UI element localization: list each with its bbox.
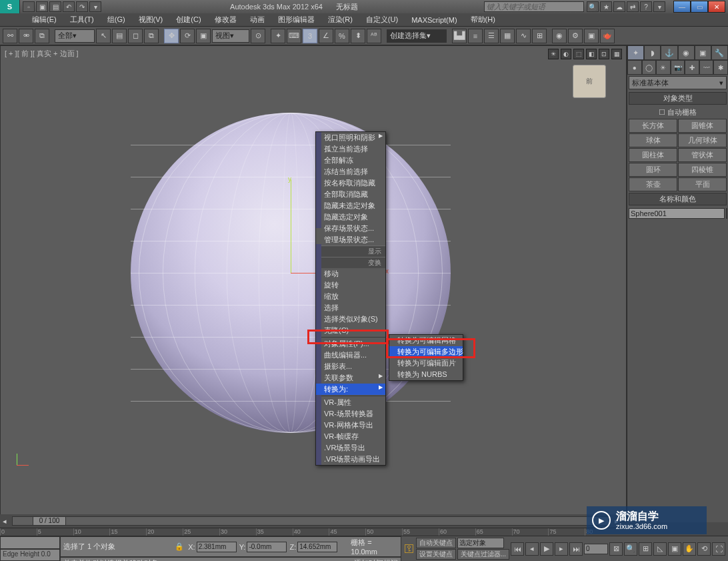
menu-help[interactable]: 帮助(H) bbox=[465, 13, 501, 26]
menu-create[interactable]: 创建(C) bbox=[171, 13, 206, 26]
named-selection-dropdown[interactable]: 创建选择集 ▾ bbox=[387, 29, 447, 43]
rollout-object-type[interactable]: 对象类型 bbox=[629, 92, 727, 105]
link-icon[interactable]: ⚯ bbox=[3, 29, 17, 43]
sub-helpers-icon[interactable]: ✚ bbox=[685, 60, 699, 75]
menu-render[interactable]: 渲染(R) bbox=[323, 13, 358, 26]
tab-display-icon[interactable]: ▣ bbox=[695, 45, 711, 60]
ctx-select-similar[interactable]: 选择类似对象(S) bbox=[316, 314, 385, 325]
qat-new-icon[interactable]: ▫ bbox=[23, 1, 35, 12]
viewport-label[interactable]: [ + ][ 前 ][ 真实 + 边面 ] bbox=[5, 49, 79, 59]
vp-s2-icon[interactable]: ⬚ bbox=[573, 49, 584, 59]
color-swatch[interactable] bbox=[726, 208, 727, 219]
tab-hierarchy-icon[interactable]: ⚓ bbox=[661, 45, 677, 60]
play-icon[interactable]: ▶ bbox=[540, 542, 553, 556]
vp-s1-icon[interactable]: ◐ bbox=[561, 49, 571, 59]
tab-utility-icon[interactable]: 🔧 bbox=[711, 45, 728, 60]
cloud-icon[interactable]: ☁ bbox=[613, 1, 625, 12]
render-setup-icon[interactable]: ⚙ bbox=[568, 29, 583, 43]
prim-plane[interactable]: 平面 bbox=[678, 177, 727, 191]
snap-toggle-icon[interactable]: 3 bbox=[303, 29, 317, 43]
nav-orbit-icon[interactable]: ⟲ bbox=[697, 542, 711, 556]
render-icon[interactable]: 🫖 bbox=[600, 29, 615, 43]
rollout-name-color[interactable]: 名称和颜色 bbox=[629, 193, 727, 205]
help-drop-icon[interactable]: ▾ bbox=[653, 1, 665, 12]
current-frame-input[interactable] bbox=[584, 544, 608, 554]
unlink-icon[interactable]: ⚮ bbox=[19, 29, 33, 43]
maxscript-listener[interactable]: Edge Height 0.0 bbox=[0, 549, 60, 562]
lock-icon[interactable]: 🔒 bbox=[175, 542, 184, 551]
ribbon-icon[interactable]: ▦ bbox=[500, 29, 515, 43]
ctx-obj-props[interactable]: 对象属性(P)... bbox=[316, 338, 385, 350]
ctx-viewport-lighting[interactable]: 视口照明和阴影 bbox=[316, 132, 385, 143]
ctx-vray-mesh-export[interactable]: VR-网格体导出 bbox=[316, 420, 385, 431]
sphere-object[interactable]: y x bbox=[131, 113, 451, 433]
bind-icon[interactable]: ⧉ bbox=[35, 29, 49, 43]
menu-custom[interactable]: 自定义(U) bbox=[361, 13, 403, 26]
prim-geosphere[interactable]: 几何球体 bbox=[678, 133, 727, 147]
qat-open-icon[interactable]: ▣ bbox=[36, 1, 48, 12]
ctx-move[interactable]: 移动 bbox=[316, 268, 385, 279]
ctx-wire-params[interactable]: 关联参数 bbox=[316, 372, 385, 384]
vp-light-icon[interactable]: ☀ bbox=[548, 49, 559, 59]
sub-shapes-icon[interactable]: ◯ bbox=[642, 60, 657, 75]
nav-zoomall-icon[interactable]: ⊞ bbox=[639, 542, 652, 556]
material-icon[interactable]: ◉ bbox=[552, 29, 567, 43]
move-icon[interactable]: ✥ bbox=[164, 29, 179, 43]
nav-fov-icon[interactable]: ◺ bbox=[653, 542, 667, 556]
ctx-vr-scene-export[interactable]: .VR场景导出 bbox=[316, 442, 385, 454]
next-frame-icon[interactable]: ▸ bbox=[555, 542, 568, 556]
prim-cone[interactable]: 圆锥体 bbox=[678, 119, 727, 133]
menu-maxscript[interactable]: MAXScript(M) bbox=[406, 15, 462, 25]
scale-icon[interactable]: ▣ bbox=[196, 29, 211, 43]
minimize-button[interactable]: — bbox=[673, 1, 691, 13]
ctx-to-editable-patch[interactable]: 转换为可编辑面片 bbox=[389, 358, 463, 369]
ctx-rotate[interactable]: 旋转 bbox=[316, 279, 385, 291]
prim-tube[interactable]: 管状体 bbox=[678, 148, 727, 162]
menu-graph[interactable]: 图形编辑器 bbox=[273, 13, 320, 26]
rotate-icon[interactable]: ⟳ bbox=[180, 29, 195, 43]
window-crossing-icon[interactable]: ⧉ bbox=[144, 29, 159, 43]
pivot-icon[interactable]: ⊙ bbox=[251, 29, 265, 43]
time-slider[interactable]: ◂ 0 / 100 ▸ bbox=[0, 514, 621, 528]
prim-pyramid[interactable]: 四棱锥 bbox=[678, 163, 727, 177]
track-bar[interactable]: 05 1015 2025 3035 4045 5055 6065 7075 80 bbox=[0, 528, 621, 536]
prim-sphere[interactable]: 球体 bbox=[629, 133, 677, 147]
curve-editor-icon[interactable]: ∿ bbox=[516, 29, 531, 43]
ctx-to-editable-mesh[interactable]: 转换为可编辑网格 bbox=[389, 335, 463, 346]
tab-create-icon[interactable]: ✦ bbox=[627, 45, 644, 60]
autokey-button[interactable]: 自动关键点 bbox=[416, 538, 456, 548]
prim-box[interactable]: 长方体 bbox=[629, 119, 677, 133]
select-rect-icon[interactable]: ◻ bbox=[128, 29, 143, 43]
qat-redo-icon[interactable]: ↷ bbox=[76, 1, 88, 12]
ctx-unhide-name[interactable]: 按名称取消隐藏 bbox=[316, 177, 385, 189]
angle-snap-icon[interactable]: ∠ bbox=[319, 29, 333, 43]
menu-tools[interactable]: 工具(T) bbox=[65, 13, 99, 26]
keymode-dropdown[interactable]: 选定对象 bbox=[457, 538, 504, 548]
layer-icon[interactable]: ☰ bbox=[484, 29, 499, 43]
ctx-curve-editor[interactable]: 曲线编辑器... bbox=[316, 350, 385, 361]
menu-anim[interactable]: 动画 bbox=[245, 13, 270, 26]
mirror-icon[interactable]: ▙▟ bbox=[452, 29, 467, 43]
prim-torus[interactable]: 圆环 bbox=[629, 163, 677, 177]
nav-pan-icon[interactable]: ✋ bbox=[683, 542, 696, 556]
help-search-input[interactable]: 键入关键字或短语 bbox=[484, 1, 584, 12]
ctx-unfreeze-all[interactable]: 全部解冻 bbox=[316, 155, 385, 166]
vp-s3-icon[interactable]: ◧ bbox=[586, 49, 597, 59]
help-icon[interactable]: ? bbox=[640, 1, 652, 12]
category-dropdown[interactable]: 标准基本体▾ bbox=[629, 76, 727, 89]
goto-end-icon[interactable]: ⏭ bbox=[569, 542, 583, 556]
select-name-icon[interactable]: ▤ bbox=[112, 29, 127, 43]
nav-max-icon[interactable]: ⛶ bbox=[712, 542, 725, 556]
qat-undo-icon[interactable]: ↶ bbox=[63, 1, 75, 12]
frame-buffer-icon[interactable]: ▣ bbox=[584, 29, 599, 43]
ctx-save-state[interactable]: 保存场景状态... bbox=[316, 223, 385, 234]
ctx-isolate[interactable]: 孤立当前选择 bbox=[316, 143, 385, 155]
keyboard-icon[interactable]: ⌨ bbox=[287, 29, 301, 43]
sub-cameras-icon[interactable]: 📷 bbox=[671, 60, 685, 75]
prim-cylinder[interactable]: 圆柱体 bbox=[629, 148, 677, 162]
coord-z-input[interactable] bbox=[297, 542, 337, 552]
menu-modifier[interactable]: 修改器 bbox=[209, 13, 242, 26]
ctx-dope-sheet[interactable]: 摄影表... bbox=[316, 361, 385, 372]
vp-s4-icon[interactable]: ⊡ bbox=[599, 49, 609, 59]
goto-start-icon[interactable]: ⏮ bbox=[511, 542, 524, 556]
